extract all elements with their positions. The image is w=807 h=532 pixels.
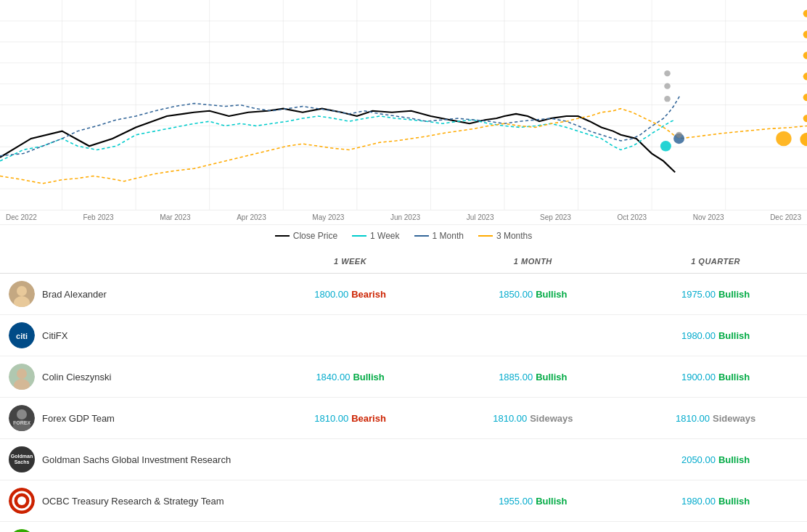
x-label-feb2023: Feb 2023	[83, 213, 113, 221]
quarter-cell-forex: 1810.00Sideways	[624, 398, 807, 439]
svg-point-50	[17, 496, 26, 505]
table-row: GoldmanSachs Goldman Sachs Global Invest…	[0, 439, 807, 480]
svg-point-29	[803, 73, 807, 80]
svg-point-26	[803, 9, 807, 17]
month-price-ocbc: 1955.00	[499, 496, 533, 507]
month-sentiment-ocbc: Bullish	[536, 496, 567, 507]
analyst-cell-citi: citi CitiFX	[0, 315, 259, 356]
avatar-colin	[9, 364, 35, 390]
legend-label-1month: 1 Month	[433, 231, 464, 241]
analyst-name-forex: Forex GDP Team	[42, 413, 115, 424]
analyst-name-citi: CitiFX	[42, 330, 67, 341]
table-row: citi CitiFX 1980.00Bullish	[0, 315, 807, 356]
quarter-cell-citi: 1980.00Bullish	[624, 315, 807, 356]
svg-text:Sachs: Sachs	[15, 459, 30, 465]
x-label-apr2023: Apr 2023	[237, 213, 266, 221]
quarter-cell-colin: 1900.00Bullish	[624, 356, 807, 398]
svg-text:citi: citi	[16, 332, 28, 340]
week-cell-citi	[259, 315, 442, 356]
quarter-price-citi: 1980.00	[681, 330, 716, 341]
svg-point-32	[800, 133, 807, 147]
quarter-sentiment-ocbc: Bullish	[718, 496, 750, 507]
svg-point-24	[664, 96, 671, 102]
x-label-jul2023: Jul 2023	[467, 213, 494, 221]
analyst-cell-goldman: GoldmanSachs Goldman Sachs Global Invest…	[0, 439, 259, 480]
avatar-forex: FOREX	[9, 405, 35, 431]
analyst-cell-colin: Colin Cieszynski	[0, 356, 259, 398]
week-sentiment-brad: Bearish	[351, 289, 386, 300]
month-price-brad: 1850.00	[499, 289, 533, 300]
svg-point-42	[17, 409, 27, 420]
svg-point-19	[660, 141, 671, 151]
table-header-row: 1 WEEK 1 MONTH 1 QUARTER	[0, 250, 807, 274]
month-price-colin: 1885.00	[499, 372, 533, 382]
quarter-sentiment-forex: Sideways	[713, 413, 755, 424]
svg-point-51	[9, 529, 35, 532]
avatar-citi: citi	[9, 322, 35, 348]
week-cell-colin: 1840.00Bullish	[259, 356, 442, 398]
month-sentiment-colin: Bullish	[536, 372, 567, 382]
col-quarter: 1 QUARTER	[624, 250, 807, 274]
col-month: 1 MONTH	[441, 250, 624, 274]
svg-point-27	[803, 30, 807, 38]
analyst-name-colin: Colin Cieszynski	[42, 372, 111, 382]
legend-label-close: Close Price	[293, 231, 337, 241]
x-label-jun2023: Jun 2023	[390, 213, 420, 221]
svg-point-23	[664, 83, 671, 89]
month-sentiment-forex: Sideways	[530, 413, 573, 424]
legend-line-1week	[352, 235, 366, 237]
x-label-may2023: May 2023	[312, 213, 344, 221]
month-cell-td: 1975.00Bullish	[441, 522, 624, 533]
x-label-dec2022: Dec 2022	[6, 213, 37, 221]
x-label-dec2023: Dec 2023	[770, 213, 801, 221]
x-label-sep2023: Sep 2023	[540, 213, 571, 221]
month-sentiment-brad: Bullish	[536, 289, 567, 300]
svg-point-21	[776, 131, 791, 147]
svg-text:FOREX: FOREX	[13, 420, 30, 425]
legend-close-price: Close Price	[275, 231, 337, 241]
avatar-brad	[9, 281, 35, 307]
quarter-price-ocbc: 1980.00	[681, 496, 716, 507]
month-cell-brad: 1850.00Bullish	[441, 274, 624, 315]
table-row: TD TD Securities Research Team 1975.00Bu…	[0, 522, 807, 533]
week-price-colin: 1840.00	[316, 372, 350, 382]
svg-text:Goldman: Goldman	[11, 454, 33, 459]
quarter-cell-td: 2000.00Bullish	[624, 522, 807, 533]
month-cell-goldman	[441, 439, 624, 480]
analyst-cell-ocbc: OCBC Treasury Research & Strategy Team	[0, 480, 259, 522]
month-cell-ocbc: 1955.00Bullish	[441, 480, 624, 522]
svg-point-28	[803, 52, 807, 59]
analyst-cell-forex: FOREX Forex GDP Team	[0, 398, 259, 439]
quarter-sentiment-goldman: Bullish	[718, 454, 750, 465]
month-price-forex: 1810.00	[493, 413, 527, 424]
forecast-table: 1 WEEK 1 MONTH 1 QUARTER Brad Alexander …	[0, 250, 807, 532]
legend-label-3months: 3 Months	[496, 231, 532, 241]
table-row: Brad Alexander 1800.00Bearish1850.00Bull…	[0, 274, 807, 315]
x-label-mar2023: Mar 2023	[160, 213, 190, 221]
legend-label-1week: 1 Week	[370, 231, 399, 241]
month-cell-citi	[441, 315, 624, 356]
week-price-brad: 1800.00	[314, 289, 348, 300]
month-cell-forex: 1810.00Sideways	[441, 398, 624, 439]
analyst-name-brad: Brad Alexander	[42, 289, 107, 300]
x-label-nov2023: Nov 2023	[693, 213, 724, 221]
quarter-sentiment-citi: Bullish	[718, 330, 750, 341]
analyst-cell-brad: Brad Alexander	[0, 274, 259, 315]
week-price-forex: 1810.00	[314, 413, 348, 424]
month-cell-colin: 1885.00Bullish	[441, 356, 624, 398]
col-analyst	[0, 250, 259, 274]
x-label-oct2023: Oct 2023	[618, 213, 647, 221]
legend-line-close	[275, 235, 290, 237]
table-row: FOREX Forex GDP Team 1810.00Bearish1810.…	[0, 398, 807, 439]
table-row: OCBC Treasury Research & Strategy Team 1…	[0, 480, 807, 522]
legend-line-3months	[478, 235, 493, 237]
avatar-ocbc	[9, 488, 35, 514]
price-chart	[0, 0, 807, 210]
svg-point-25	[676, 132, 682, 138]
quarter-price-brad: 1975.00	[681, 289, 716, 300]
week-cell-brad: 1800.00Bearish	[259, 274, 442, 315]
chart-legend: Close Price 1 Week 1 Month 3 Months	[0, 225, 807, 250]
table-row: Colin Cieszynski 1840.00Bullish1885.00Bu…	[0, 356, 807, 398]
x-axis: Dec 2022 Feb 2023 Mar 2023 Apr 2023 May …	[0, 210, 807, 225]
quarter-price-forex: 1810.00	[676, 413, 710, 424]
